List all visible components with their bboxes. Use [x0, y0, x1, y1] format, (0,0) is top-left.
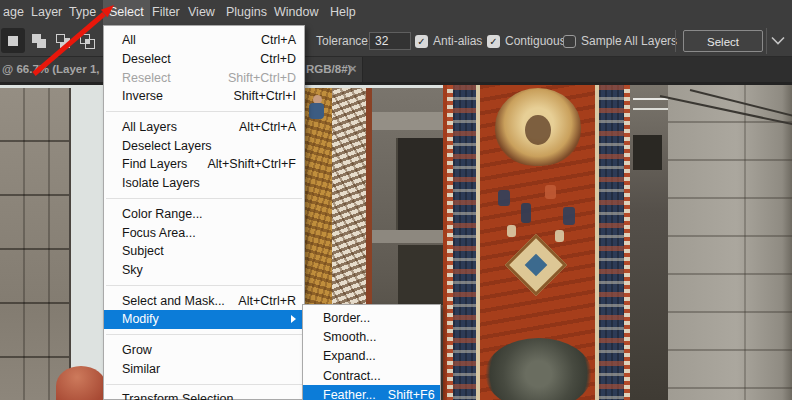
photo-window	[633, 135, 662, 170]
select-subject-dropdown-chevron-icon[interactable]	[770, 36, 786, 45]
menu-item-reselect: ReselectShift+Ctrl+D	[104, 68, 304, 87]
photo-fingertip	[56, 366, 106, 400]
menu-item-feather[interactable]: Feather...Shift+F6	[303, 385, 440, 400]
toolbar-separator	[675, 30, 676, 52]
add-to-selection-icon[interactable]	[27, 28, 51, 53]
checkbox-sample-all-layers[interactable]: Sample All Layers	[563, 25, 677, 57]
menu-item-shortcut: Ctrl+A	[261, 33, 296, 47]
menu-separator	[106, 285, 302, 286]
photo-tower-tile-grid	[668, 85, 792, 400]
menu-item-smooth[interactable]: Smooth...	[303, 327, 440, 346]
carpet-bottom-rosette	[485, 338, 592, 400]
checkbox-label: Contiguous	[505, 34, 566, 48]
menu-item-label: Focus Area...	[122, 226, 196, 240]
menu-item-grow[interactable]: Grow	[104, 341, 304, 360]
menu-item-label: Contract...	[323, 369, 381, 383]
photo-red-carpet	[443, 85, 630, 400]
menubar-item-filter[interactable]: Filter	[146, 0, 186, 25]
menu-item-label: Reselect	[122, 71, 171, 85]
photo-building-gap	[630, 85, 668, 400]
menu-item-label: Expand...	[323, 349, 376, 363]
toolbar-separator	[766, 28, 767, 54]
menubar-item-type[interactable]: Type	[63, 0, 102, 25]
menu-item-modify[interactable]: Modify	[104, 310, 304, 329]
menu-item-inverse[interactable]: InverseShift+Ctrl+I	[104, 87, 304, 106]
menu-bar: ageLayerTypeSelectFilterViewPluginsWindo…	[0, 0, 792, 25]
menubar-item-layer[interactable]: Layer	[25, 0, 68, 25]
menu-item-deselect[interactable]: DeselectCtrl+D	[104, 50, 304, 69]
menu-item-transform-selection[interactable]: Transform Selection	[104, 390, 304, 400]
menu-item-border[interactable]: Border...	[303, 308, 440, 327]
menu-item-color-range[interactable]: Color Range...	[104, 205, 304, 224]
menu-separator	[106, 111, 302, 112]
subtract-from-selection-icon[interactable]	[51, 28, 75, 53]
menu-item-label: Deselect Layers	[122, 139, 212, 153]
menu-item-label: Deselect	[122, 52, 171, 66]
checkbox-anti-alias[interactable]: ✓Anti-alias	[415, 25, 482, 57]
menu-item-focus-area[interactable]: Focus Area...	[104, 223, 304, 242]
photo-window-sill	[372, 230, 443, 243]
menu-item-label: Border...	[323, 311, 370, 325]
submenu-arrow-icon	[291, 315, 296, 323]
checkbox-label: Sample All Layers	[581, 34, 677, 48]
photo-concrete-wall-left	[0, 88, 71, 400]
photo-window	[398, 245, 443, 305]
menu-item-shortcut: Alt+Ctrl+A	[239, 120, 296, 134]
menu-item-label: All Layers	[122, 120, 177, 134]
photo-balcony-railing	[633, 98, 668, 100]
photo-person	[309, 103, 324, 119]
menubar-item-help[interactable]: Help	[324, 0, 362, 25]
menu-item-label: Similar	[122, 362, 160, 376]
menu-item-select-and-mask[interactable]: Select and Mask...Alt+Ctrl+R	[104, 291, 304, 310]
menu-item-isolate-layers[interactable]: Isolate Layers	[104, 174, 304, 193]
menu-item-subject[interactable]: Subject	[104, 242, 304, 261]
menubar-item-select[interactable]: Select	[103, 0, 150, 25]
carpet-navy-border	[453, 85, 476, 400]
menu-item-contract[interactable]: Contract...	[303, 366, 440, 385]
new-selection-icon[interactable]	[1, 28, 25, 53]
tab-close-icon[interactable]: ×	[349, 57, 357, 82]
menu-item-label: Find Layers	[122, 157, 187, 171]
menu-item-label: Color Range...	[122, 207, 203, 221]
select-subject-button[interactable]: Select Subject	[683, 30, 763, 52]
menu-item-label: Subject	[122, 244, 164, 258]
menu-item-label: Smooth...	[323, 330, 377, 344]
menu-item-label: Feather...	[323, 388, 376, 400]
menu-item-all-layers[interactable]: All LayersAlt+Ctrl+A	[104, 118, 304, 137]
tolerance-input[interactable]	[369, 32, 411, 50]
menubar-item-window[interactable]: Window	[268, 0, 324, 25]
menu-item-shortcut: Shift+F6	[388, 388, 435, 400]
menu-item-find-layers[interactable]: Find LayersAlt+Shift+Ctrl+F	[104, 155, 304, 174]
menu-item-label: Isolate Layers	[122, 176, 200, 190]
photo-building-ledge	[372, 112, 443, 130]
menubar-item-plugins[interactable]: Plugins	[220, 0, 273, 25]
intersect-selection-icon[interactable]	[75, 28, 99, 53]
empty-checkbox[interactable]	[563, 35, 576, 48]
menubar-item-view[interactable]: View	[182, 0, 221, 25]
menu-item-label: Grow	[122, 343, 152, 357]
menu-item-shortcut: Ctrl+D	[260, 52, 296, 66]
checkbox-label: Anti-alias	[433, 34, 482, 48]
document-tab-title-right: RGB/8#)	[306, 57, 351, 82]
menu-item-all[interactable]: AllCtrl+A	[104, 31, 304, 50]
menu-item-expand[interactable]: Expand...	[303, 347, 440, 366]
menu-item-label: Sky	[122, 263, 143, 277]
menu-item-shortcut: Shift+Ctrl+D	[228, 71, 296, 85]
menu-item-shortcut: Alt+Ctrl+R	[238, 294, 296, 308]
menu-separator	[106, 334, 302, 335]
menu-item-label: All	[122, 33, 136, 47]
carpet-medallion-core	[525, 115, 551, 145]
menu-separator	[106, 198, 302, 199]
checkbox-contiguous[interactable]: ✓Contiguous	[487, 25, 566, 57]
menu-item-deselect-layers[interactable]: Deselect Layers	[104, 136, 304, 155]
checkmark-icon[interactable]: ✓	[487, 35, 500, 48]
menu-item-label: Select and Mask...	[122, 294, 225, 308]
menu-item-label: Inverse	[122, 89, 163, 103]
modify-submenu: Border...Smooth...Expand...Contract...Fe…	[302, 304, 441, 400]
menu-item-label: Modify	[122, 312, 159, 326]
photo-window	[396, 138, 443, 230]
menu-item-similar[interactable]: Similar	[104, 359, 304, 378]
tolerance-label: Tolerance:	[316, 25, 371, 57]
checkmark-icon[interactable]: ✓	[415, 35, 428, 48]
menu-item-sky[interactable]: Sky	[104, 261, 304, 280]
